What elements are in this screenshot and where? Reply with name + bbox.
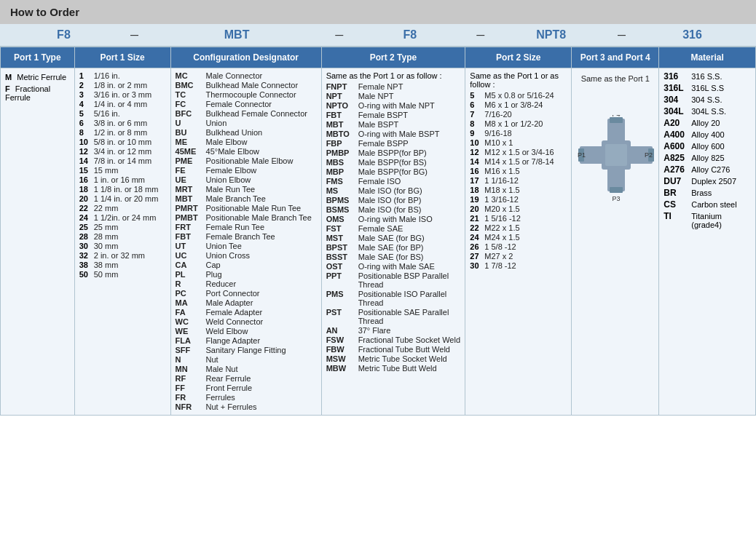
p1size-num: 2 (79, 81, 94, 90)
material-label: Duplex 2507 (691, 177, 736, 186)
p2size-num: 8 (470, 119, 484, 128)
p1size-val: 30 mm (94, 242, 119, 250)
config-row: BMCBulkhead Male Connector (176, 81, 317, 90)
config-label: Sanitary Flange Fitting (206, 346, 286, 354)
config-label: Female Elbow (206, 166, 257, 175)
p1size-num: 25 (79, 223, 94, 231)
p1size-num: 1 (79, 71, 94, 80)
config-label: Male Elbow (206, 138, 248, 146)
svg-rect-8 (610, 187, 623, 193)
port2-type-label: Male SAE (for BG) (358, 234, 425, 242)
port1-type-code-M: M (5, 73, 12, 82)
port1-size-row: 11/16 in. (79, 71, 166, 80)
col-port2-type-body: Same as the Port 1 or as follow :FNPTFem… (322, 68, 465, 415)
config-code: CA (176, 261, 206, 269)
svg-rect-9 (605, 144, 627, 166)
port2-type-row: FBTFemale BSPT (326, 111, 461, 119)
config-label: Union Tee (206, 242, 242, 250)
port1-type-entry-F: F Fractional Ferrule (5, 84, 70, 102)
config-code: PMRT (176, 204, 206, 213)
p1size-num: 5 (79, 109, 94, 118)
p1size-num: 28 (79, 232, 94, 241)
p1size-val: 3/8 in. or 6 mm (94, 119, 147, 127)
port2-type-label: O-ring with Male NPT (358, 101, 435, 110)
port1-size-row: 5050 mm (79, 270, 166, 279)
port2-type-label: Male BSPP(for BP) (358, 148, 427, 157)
port2-size-row: 14M14 x 1.5 or 7/8-14 (470, 157, 567, 166)
port2-type-row: MBTMale BSPT (326, 120, 461, 129)
order-dash-2: — (335, 31, 343, 39)
config-row: PCPort Connector (176, 289, 317, 298)
config-code: FF (176, 384, 206, 392)
config-code: FLA (176, 336, 206, 345)
port1-size-row: 181 1/8 in. or 18 mm (79, 185, 166, 194)
port2-size-row: 77/16-20 (470, 110, 567, 119)
main-table: Port 1 Type M Metric Ferrule F Fractiona… (0, 47, 756, 416)
port2-size-row: 191 3/16-12 (470, 195, 567, 204)
port2-size-row: 8M8 x 1 or 1/2-20 (470, 119, 567, 128)
p2size-num: 18 (470, 186, 484, 194)
port2-type-code: PPT (326, 271, 358, 289)
col-material: Material 316316 S.S.316L316L S.S304304 S… (659, 47, 755, 415)
p2size-num: 24 (470, 233, 484, 242)
port1-size-row: 201 1/4 in. or 20 mm (79, 194, 166, 203)
config-row: FBTFemale Branch Tee (176, 232, 317, 241)
port2-type-row: FBPFemale BSPP (326, 139, 461, 148)
port2-type-row: BSMSMale ISO (for BS) (326, 205, 461, 214)
material-code: A276 (664, 164, 691, 175)
p1size-num: 20 (79, 194, 94, 203)
port2-type-label: Metric Tube Butt Weld (358, 364, 437, 373)
port2-type-code: MBT (326, 120, 358, 129)
col-port2-size: Port 2 Size Same as the Port 1 or as fol… (465, 47, 572, 415)
port2-type-row: MSWMetric Tube Socket Weld (326, 354, 461, 363)
port2-type-row: MSMale ISO (for BG) (326, 186, 461, 195)
port2-type-label: Male BSPP(for BS) (358, 158, 427, 167)
config-code: FR (176, 393, 206, 402)
config-code: UE (176, 175, 206, 184)
config-label: Union Elbow (206, 175, 251, 184)
col-port1-type-body: M Metric Ferrule F Fractional Ferrule (1, 68, 74, 415)
material-label: Carbon steel (691, 200, 736, 209)
port1-size-row: 55/16 in. (79, 109, 166, 118)
col-config-header: Configuration Designator (171, 47, 321, 68)
p2size-val: M27 x 2 (484, 252, 513, 261)
p2size-val: 1 5/8 -12 (484, 242, 516, 251)
port1-size-row: 1515 mm (79, 166, 166, 175)
p1size-val: 28 mm (94, 232, 119, 241)
port2-type-row: FNPTFemale NPT (326, 82, 461, 91)
config-code: FRT (176, 223, 206, 231)
port2-type-row: MBTOO-ring with Male BSPT (326, 130, 461, 138)
config-code: NFR (176, 402, 206, 411)
port1-size-row: 21/8 in. or 2 mm (79, 81, 166, 90)
material-code: 316L (664, 83, 691, 93)
config-row: MAMale Adapter (176, 298, 317, 307)
port2-type-code: FSW (326, 335, 358, 344)
svg-text:P2: P2 (645, 151, 653, 159)
p2size-val: M12 x 1.5 or 3/4-16 (484, 148, 554, 156)
material-code: A825 (664, 153, 691, 163)
config-code: MA (176, 298, 206, 307)
config-code: BFC (176, 109, 206, 118)
port2-size-row: 5M5 x 0.8 or 5/16-24 (470, 91, 567, 100)
p1size-num: 6 (79, 119, 94, 127)
config-label: Female Run Tee (206, 223, 265, 231)
p2size-val: 9/16-18 (484, 129, 511, 138)
port2-size-row: 10M10 x 1 (470, 138, 567, 147)
port2-type-code: BSMS (326, 205, 358, 214)
p2size-num: 10 (470, 138, 484, 147)
p2size-val: M16 x 1.5 (484, 167, 519, 175)
config-label: Weld Connector (206, 317, 264, 326)
port1-size-row: 3030 mm (79, 242, 166, 250)
port2-size-row: 18M18 x 1.5 (470, 186, 567, 194)
config-row: FRFerrules (176, 393, 317, 402)
material-label: Alloy 20 (691, 119, 720, 127)
port2-type-row: PPTPositionable BSP Parallel Thread (326, 271, 461, 289)
p2size-val: M8 x 1 or 1/2-20 (484, 119, 543, 128)
port1-type-label-M: Metric Ferrule (17, 73, 66, 82)
config-row: MCMale Connector (176, 71, 317, 80)
p1size-num: 16 (79, 175, 94, 184)
config-code: MBT (176, 194, 206, 203)
port2-type-code: MBP (326, 167, 358, 176)
port1-size-row: 147/8 in. or 14 mm (79, 156, 166, 165)
port2-size-row: 6M6 x 1 or 3/8-24 (470, 100, 567, 109)
